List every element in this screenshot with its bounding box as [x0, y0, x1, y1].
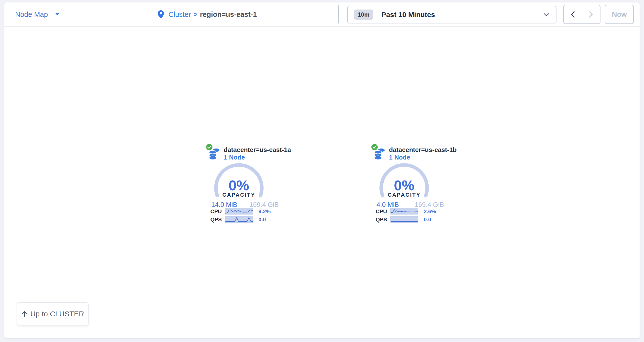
capacity-total: 169.4 GiB [250, 201, 279, 209]
cpu-metric-row: CPU 2.6% [371, 208, 452, 215]
cpu-sparkline [390, 208, 418, 215]
capacity-values-row: 14.0 MiB 169.4 GiB [211, 201, 279, 209]
time-nav-group [563, 5, 600, 24]
capacity-total: 169.4 GiB [415, 201, 444, 209]
breadcrumb: Cluster > region=us-east-1 [158, 2, 257, 26]
view-selector-label: Node Map [15, 10, 48, 18]
status-ok-icon [206, 143, 213, 151]
caret-down-icon [55, 12, 60, 16]
qps-label: QPS [371, 216, 387, 223]
cpu-label: CPU [371, 208, 387, 215]
location-pin-icon [158, 10, 164, 18]
arrow-up-icon [22, 311, 28, 317]
capacity-used: 14.0 MiB [211, 201, 238, 209]
qps-sparkline [225, 216, 253, 223]
now-button[interactable]: Now [605, 5, 634, 24]
capacity-caption: CAPACITY [378, 192, 430, 198]
status-ok-icon [371, 143, 378, 151]
main-panel: Node Map Cluster > region=us-east-1 [4, 2, 640, 338]
locality-node-count: 1 Node [224, 154, 245, 161]
header-bar: Node Map Cluster > region=us-east-1 [4, 2, 640, 27]
breadcrumb-cluster-link[interactable]: Cluster [168, 10, 191, 18]
chevron-right-icon [588, 10, 594, 18]
locality-card[interactable]: datacenter=us-east-1a 1 Node 0% CAPACITY… [206, 143, 286, 226]
view-selector-dropdown[interactable]: Node Map [15, 2, 60, 26]
cpu-metric-row: CPU 9.2% [206, 208, 286, 215]
qps-metric-row: QPS 0.0 [371, 216, 452, 223]
locality-card[interactable]: datacenter=us-east-1b 1 Node 0% CAPACITY… [371, 143, 452, 226]
locality-title: datacenter=us-east-1a [224, 146, 291, 154]
locality-title: datacenter=us-east-1b [389, 146, 457, 154]
cpu-value: 9.2% [258, 208, 271, 215]
time-window-badge: 10m [354, 9, 373, 20]
breadcrumb-separator: > [194, 10, 198, 18]
chevron-down-icon [543, 13, 550, 16]
time-next-button[interactable] [582, 5, 600, 23]
qps-value: 0.0 [258, 216, 266, 223]
cpu-label: CPU [206, 208, 222, 215]
capacity-caption: CAPACITY [213, 192, 265, 198]
header-divider [338, 5, 339, 23]
capacity-used: 4.0 MiB [376, 201, 399, 209]
capacity-percent: 0% [213, 177, 265, 193]
cpu-sparkline [225, 208, 253, 215]
node-map-page: Node Map Cluster > region=us-east-1 [0, 0, 644, 342]
time-prev-button[interactable] [564, 5, 582, 23]
capacity-values-row: 4.0 MiB 169.4 GiB [376, 201, 444, 209]
qps-sparkline [390, 216, 418, 223]
up-to-cluster-label: Up to CLUSTER [30, 310, 84, 318]
breadcrumb-current: region=us-east-1 [200, 10, 257, 18]
qps-value: 0.0 [424, 216, 431, 223]
capacity-percent: 0% [378, 177, 430, 193]
time-window-label: Past 10 Minutes [382, 11, 435, 19]
locality-node-count: 1 Node [389, 154, 410, 161]
chevron-left-icon [570, 10, 576, 18]
time-window-selector[interactable]: 10m Past 10 Minutes [347, 6, 556, 23]
up-to-cluster-button[interactable]: Up to CLUSTER [17, 303, 88, 326]
qps-label: QPS [206, 216, 222, 223]
qps-metric-row: QPS 0.0 [206, 216, 286, 223]
cpu-value: 2.6% [424, 208, 436, 215]
